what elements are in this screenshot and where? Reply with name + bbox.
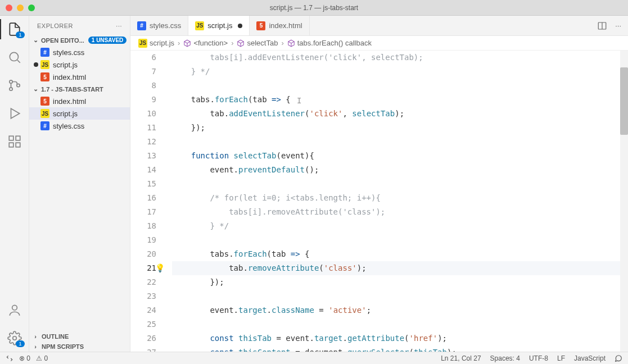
code-line[interactable]: function selectTab(event){ — [172, 149, 628, 163]
code-line[interactable]: }); — [172, 275, 628, 289]
html-file-icon: 5 — [40, 72, 49, 81]
indentation-status[interactable]: Spaces: 4 — [490, 354, 520, 362]
accounts-activity-icon[interactable] — [7, 302, 22, 318]
code-content[interactable]: tabs[i].addEventListener('click', select… — [166, 51, 628, 352]
css-file-icon: # — [40, 121, 49, 130]
code-line[interactable]: tabs[i].addEventListener('click', select… — [172, 51, 628, 65]
breadcrumb-label: script.js — [150, 39, 174, 47]
svg-rect-8 — [9, 143, 13, 147]
file-name: styles.css — [53, 122, 84, 130]
breadcrumb-label: tabs.forEach() callback — [297, 39, 372, 47]
editor-tab[interactable]: 5index.html — [250, 16, 309, 35]
run-debug-activity-icon[interactable] — [7, 106, 22, 121]
language-status[interactable]: JavaScript — [574, 354, 606, 362]
code-line[interactable]: tab.addEventListener('click', selectTab)… — [172, 107, 628, 121]
outline-label: OUTLINE — [42, 333, 69, 340]
code-line[interactable]: } */ — [172, 219, 628, 233]
svg-point-0 — [10, 52, 18, 61]
overview-ruler[interactable] — [620, 51, 628, 352]
code-editor[interactable]: 6789101112131415161718192021💡22232425262… — [130, 51, 628, 352]
settings-activity-icon[interactable]: 1 — [7, 330, 22, 346]
code-line[interactable]: }); — [172, 121, 628, 135]
code-line[interactable]: tabs.forEach(tab => { — [172, 247, 628, 261]
breadcrumb-item[interactable]: selectTab — [237, 39, 278, 47]
unsaved-badge: 1 UNSAVED — [88, 37, 127, 44]
open-editors-list: #styles.cssJSscript.js5index.html — [29, 45, 130, 84]
folder-file-item[interactable]: #styles.css — [29, 120, 130, 132]
breadcrumb-item[interactable]: tabs.forEach() callback — [287, 39, 372, 47]
code-line[interactable] — [172, 317, 628, 331]
source-control-activity-icon[interactable] — [7, 78, 22, 93]
folder-file-item[interactable]: 5index.html — [29, 95, 130, 107]
extensions-activity-icon[interactable] — [7, 134, 22, 149]
scrollbar-thumb[interactable] — [620, 67, 628, 135]
breadcrumb-label: <function> — [193, 39, 228, 47]
code-line[interactable]: } */ — [172, 65, 628, 79]
breadcrumb-separator-icon: › — [178, 39, 180, 47]
code-line[interactable]: const thisTab = event.target.getAttribut… — [172, 331, 628, 345]
code-line[interactable]: /* for(let i=0; i<tabs.length; i++){ — [172, 191, 628, 205]
tab-bar: #styles.cssJSscript.js5index.html ··· — [130, 16, 628, 36]
tab-bar-actions: ··· — [590, 16, 628, 35]
editor-tab[interactable]: #styles.css — [130, 16, 188, 35]
breadcrumb-separator-icon: › — [231, 39, 233, 47]
svg-rect-6 — [9, 136, 13, 140]
code-line[interactable]: tabs.forEach(tab => { — [172, 93, 628, 107]
encoding-status[interactable]: UTF-8 — [529, 354, 548, 362]
open-editor-item[interactable]: JSscript.js — [29, 58, 130, 71]
open-editor-item[interactable]: #styles.css — [29, 46, 130, 58]
code-line[interactable] — [172, 177, 628, 191]
line-number-gutter: 6789101112131415161718192021💡22232425262… — [130, 51, 166, 352]
editor-area: #styles.cssJSscript.js5index.html ··· JS… — [130, 16, 628, 352]
lightbulb-icon[interactable]: 💡 — [155, 261, 165, 275]
code-line[interactable]: tabs[i].removeAttribute('class'); — [172, 205, 628, 219]
file-name: index.html — [53, 73, 86, 81]
activity-bar: 1 1 — [0, 16, 29, 352]
code-line[interactable]: const thisContent = document.querySelect… — [172, 345, 628, 352]
sidebar-title: EXPLORER ··· — [29, 16, 130, 35]
warnings-status[interactable]: ⚠ 0 — [36, 354, 48, 362]
html-file-icon: 5 — [40, 97, 49, 106]
outline-section[interactable]: › OUTLINE — [29, 331, 130, 342]
code-line[interactable]: event.preventDefault(); — [172, 163, 628, 177]
editor-tab[interactable]: JSscript.js — [188, 16, 250, 35]
breadcrumb-item[interactable]: <function> — [183, 39, 228, 47]
maximize-window-button[interactable] — [28, 4, 35, 11]
svg-rect-9 — [16, 143, 20, 147]
search-activity-icon[interactable] — [7, 49, 22, 65]
npm-scripts-section[interactable]: › NPM SCRIPTS — [29, 342, 130, 352]
explorer-activity-icon[interactable]: 1 — [7, 21, 22, 37]
remote-status-icon[interactable] — [6, 354, 13, 362]
chevron-down-icon: ⌄ — [31, 37, 39, 44]
code-line[interactable] — [172, 289, 628, 303]
open-editors-header[interactable]: ⌄ OPEN EDITO... 1 UNSAVED — [29, 35, 130, 45]
code-line[interactable] — [172, 135, 628, 149]
chevron-right-icon: › — [31, 343, 39, 350]
feedback-icon[interactable] — [615, 354, 622, 362]
sidebar-more-icon[interactable]: ··· — [116, 22, 122, 29]
code-line[interactable]: tab.removeAttribute('class'); — [172, 261, 628, 275]
breadcrumb-item[interactable]: JSscript.js — [138, 39, 174, 48]
minimize-window-button[interactable] — [17, 4, 24, 11]
more-actions-icon[interactable]: ··· — [615, 21, 621, 30]
chevron-down-icon: ⌄ — [31, 85, 39, 93]
js-file-icon: JS — [40, 109, 49, 118]
folder-file-item[interactable]: JSscript.js — [29, 107, 130, 120]
cursor-position-status[interactable]: Ln 21, Col 27 — [441, 354, 481, 362]
open-editor-item[interactable]: 5index.html — [29, 71, 130, 83]
open-editors-label: OPEN EDITO... — [41, 37, 84, 44]
sidebar-title-label: EXPLORER — [37, 22, 73, 29]
tab-label: script.js — [207, 21, 232, 30]
close-window-button[interactable] — [6, 4, 12, 11]
code-line[interactable] — [172, 79, 628, 93]
split-editor-icon[interactable] — [597, 21, 607, 31]
breadcrumb[interactable]: JSscript.js›<function>›selectTab›tabs.fo… — [130, 36, 628, 51]
code-line[interactable]: event.target.className = 'active'; — [172, 303, 628, 317]
css-file-icon: # — [137, 21, 146, 30]
svg-point-11 — [12, 336, 16, 340]
folder-header[interactable]: ⌄ 1.7 - JS-TABS-START — [29, 84, 130, 94]
svg-point-2 — [9, 80, 12, 83]
code-line[interactable] — [172, 233, 628, 247]
errors-status[interactable]: ⊗ 0 — [19, 354, 30, 362]
eol-status[interactable]: LF — [557, 354, 565, 362]
